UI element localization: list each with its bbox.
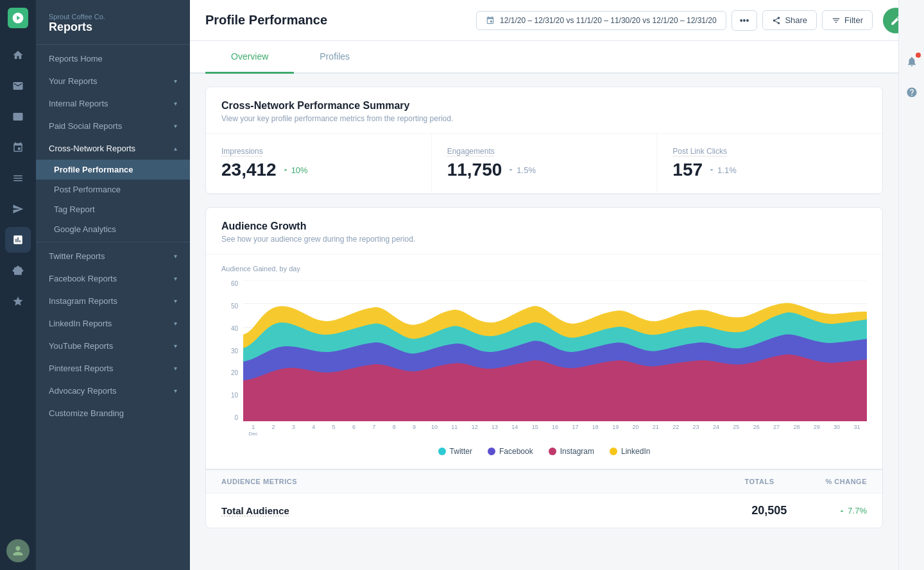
help-icon[interactable] [902,82,922,103]
tabs-container: Overview Profiles [190,41,924,74]
impressions-label: Impressions [221,147,416,156]
internal-reports-chevron: ▾ [174,100,177,107]
engagements-metric: Engagements 11,750 1.5% [432,134,658,193]
x-label-15: 15 [525,424,545,437]
advocacy-chevron: ▾ [174,387,177,394]
left-nav: Sprout Coffee Co. Reports Reports Home Y… [36,0,190,570]
more-options-button[interactable]: ••• [732,10,758,31]
home-nav-icon[interactable] [5,42,31,68]
advocacy-reports-item[interactable]: Advocacy Reports ▾ [36,380,190,402]
twitter-reports-item[interactable]: Twitter Reports ▾ [36,245,190,267]
x-label-1: 1Dec [243,424,263,437]
twitter-legend-label: Twitter [450,447,472,456]
instagram-legend-dot [549,448,556,455]
col-metric-label: Audience Metrics [221,478,297,485]
facebook-chevron: ▾ [174,275,177,282]
down-arrow-icon-2 [708,166,715,174]
x-label-18: 18 [585,424,605,437]
x-label-30: 30 [826,424,846,437]
x-label-9: 9 [404,424,424,437]
x-label-19: 19 [605,424,625,437]
summary-title: Cross-Network Performance Summary [221,100,867,112]
y-label-30: 30 [221,348,238,355]
bot-nav-icon[interactable] [5,258,31,283]
app-logo [8,8,28,28]
share-button[interactable]: Share [762,10,817,30]
x-label-8: 8 [384,424,404,437]
filter-button[interactable]: Filter [822,10,873,30]
metrics-row: Impressions 23,412 10% Engagements 11,75… [206,134,882,194]
analytics-nav-icon[interactable] [5,227,31,253]
customize-branding-item[interactable]: Customize Branding [36,402,190,424]
nav-divider-1 [36,242,190,242]
down-arrow-icon [507,166,515,174]
x-label-26: 26 [746,424,766,437]
y-label-50: 50 [221,303,238,310]
post-performance-link[interactable]: Post Performance [36,180,190,199]
chart-label: Audience Gained, by day [221,265,867,272]
calendar-icon [486,16,495,25]
send-nav-icon[interactable] [5,196,31,222]
chart-area: 0 10 20 30 40 50 60 [221,280,867,437]
x-axis-labels: 1Dec 2 3 4 5 6 7 8 9 10 11 12 13 [243,421,867,437]
x-label-21: 21 [646,424,665,437]
post-link-clicks-change: 1.1% [708,165,737,175]
share-icon [772,16,781,25]
star-nav-icon[interactable] [5,289,31,314]
audience-growth-description: See how your audience grew during the re… [221,235,867,244]
youtube-reports-item[interactable]: YouTube Reports ▾ [36,335,190,357]
tab-overview[interactable]: Overview [205,41,294,74]
summary-card: Cross-Network Performance Summary View y… [205,87,883,194]
instagram-legend-label: Instagram [560,447,594,456]
summary-description: View your key profile performance metric… [221,114,867,123]
cross-network-reports-item[interactable]: Cross-Network Reports ▴ [36,137,190,160]
col-change-label: % Change [825,478,867,485]
right-utils-panel [898,0,924,570]
post-link-clicks-value: 157 1.1% [672,160,867,180]
y-label-40: 40 [221,325,238,332]
total-audience-row: Total Audience 20,505 7.7% [206,493,882,528]
google-analytics-link[interactable]: Google Analytics [36,219,190,239]
chart-legend: Twitter Facebook Instagram LinkedIn [221,447,867,456]
x-label-20: 20 [626,424,646,437]
facebook-reports-item[interactable]: Facebook Reports ▾ [36,267,190,290]
x-label-16: 16 [545,424,565,437]
x-label-31: 31 [847,424,867,437]
legend-facebook: Facebook [488,447,533,456]
compose-nav-icon[interactable] [5,104,31,130]
nav-section-main: Reports Home Your Reports ▾ Internal Rep… [36,45,190,427]
pinterest-reports-item[interactable]: Pinterest Reports ▾ [36,357,190,380]
profile-performance-link[interactable]: Profile Performance [36,160,190,180]
chart-svg-container: 1Dec 2 3 4 5 6 7 8 9 10 11 12 13 [243,280,867,437]
tab-profiles[interactable]: Profiles [294,41,375,74]
x-label-28: 28 [787,424,807,437]
company-name: Sprout Coffee Co. [49,13,177,21]
x-label-14: 14 [505,424,525,437]
post-link-clicks-label: Post Link Clicks [672,147,867,156]
linkedin-legend-dot [610,448,617,455]
pin-nav-icon[interactable] [5,135,31,160]
filter-icon [832,16,841,25]
main-content: Profile Performance 12/1/20 – 12/31/20 v… [190,0,924,570]
inbox-nav-icon[interactable] [5,73,31,99]
your-reports-item[interactable]: Your Reports ▾ [36,70,190,92]
instagram-reports-item[interactable]: Instagram Reports ▾ [36,290,190,312]
date-range-button[interactable]: 12/1/20 – 12/31/20 vs 11/1/20 – 11/30/20… [476,11,726,30]
list-nav-icon[interactable] [5,165,31,191]
pinterest-chevron: ▾ [174,365,177,372]
summary-card-header: Cross-Network Performance Summary View y… [206,87,882,134]
paid-social-reports-item[interactable]: Paid Social Reports ▾ [36,115,190,137]
internal-reports-item[interactable]: Internal Reports ▾ [36,92,190,115]
reports-home-link[interactable]: Reports Home [36,47,190,70]
legend-instagram: Instagram [549,447,594,456]
x-label-5: 5 [323,424,343,437]
notification-icon[interactable] [902,51,922,72]
audience-growth-card: Audience Growth See how your audience gr… [205,207,883,528]
linkedin-reports-item[interactable]: LinkedIn Reports ▾ [36,312,190,335]
col-totals-label: Totals [745,478,774,485]
user-avatar[interactable] [6,539,30,562]
x-label-2: 2 [263,424,283,437]
icon-sidebar [0,0,36,570]
twitter-chevron: ▾ [174,253,177,260]
tag-report-link[interactable]: Tag Report [36,199,190,219]
